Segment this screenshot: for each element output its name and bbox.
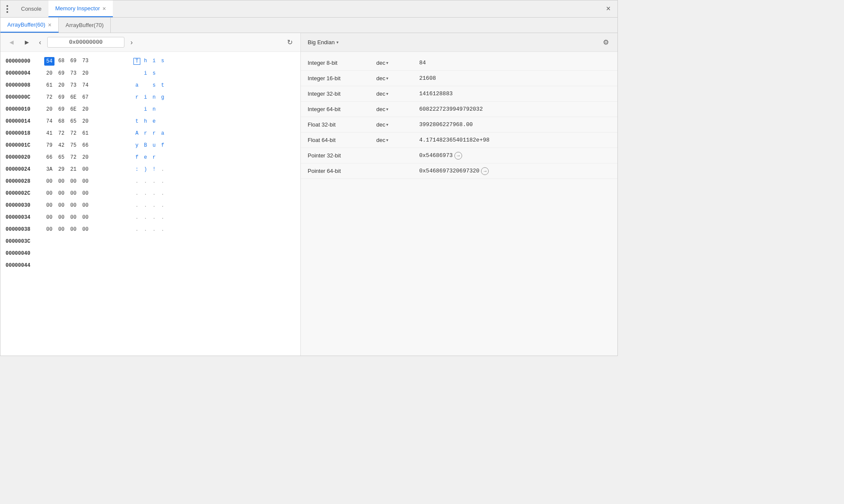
buffer-tab-60[interactable]: ArrayBuffer(60) × <box>0 18 59 33</box>
hex-byte-12-3[interactable]: 00 <box>80 202 91 209</box>
char-10-3[interactable]: . <box>159 178 166 184</box>
char-4-3[interactable] <box>159 106 166 112</box>
hex-byte-6-1[interactable]: 72 <box>56 130 67 137</box>
char-14-2[interactable]: . <box>151 226 157 232</box>
hex-byte-1-1[interactable]: 69 <box>56 69 67 77</box>
hex-byte-2-0[interactable]: 61 <box>44 81 54 89</box>
char-11-3[interactable]: . <box>159 190 166 196</box>
char-6-2[interactable]: r <box>151 130 157 136</box>
hex-byte-0-3[interactable]: 73 <box>80 57 91 66</box>
endian-select-wrapper[interactable]: Big Endian ▾ <box>308 39 339 45</box>
char-9-2[interactable]: ! <box>151 166 157 172</box>
char-1-1[interactable]: i <box>142 70 149 76</box>
hex-byte-3-3[interactable]: 67 <box>80 94 91 101</box>
hex-byte-7-1[interactable]: 42 <box>56 142 67 149</box>
back-button[interactable]: ◄ <box>6 37 18 48</box>
hex-byte-14-1[interactable]: 00 <box>56 226 67 233</box>
char-7-3[interactable]: f <box>159 142 166 148</box>
format-int8-arrow[interactable]: ▾ <box>386 60 388 65</box>
tab-memory-inspector[interactable]: Memory Inspector × <box>48 0 113 17</box>
format-int32-wrapper[interactable]: dec ▾ <box>376 91 419 97</box>
value-ptr32[interactable]: 0x54686973 → <box>419 152 611 160</box>
hex-byte-10-3[interactable]: 00 <box>80 178 91 185</box>
char-11-0[interactable]: . <box>133 190 140 196</box>
menu-dots-icon[interactable] <box>4 3 11 15</box>
char-2-2[interactable]: s <box>151 82 157 88</box>
hex-byte-14-3[interactable]: 00 <box>80 226 91 233</box>
char-13-3[interactable]: . <box>159 214 166 220</box>
hex-byte-8-0[interactable]: 66 <box>44 154 54 161</box>
tab-console[interactable]: Console <box>14 0 48 17</box>
char-7-1[interactable]: B <box>142 142 149 148</box>
char-3-3[interactable]: g <box>159 94 166 100</box>
hex-byte-8-3[interactable]: 20 <box>80 154 91 161</box>
hex-byte-10-1[interactable]: 00 <box>56 178 67 185</box>
hex-byte-2-3[interactable]: 74 <box>80 81 91 89</box>
hex-byte-7-0[interactable]: 79 <box>44 142 54 149</box>
endian-dropdown-arrow[interactable]: ▾ <box>336 40 339 45</box>
char-5-2[interactable]: e <box>151 118 157 124</box>
format-int16-wrapper[interactable]: dec ▾ <box>376 75 419 81</box>
ptr32-navigate-icon[interactable]: → <box>454 152 462 160</box>
char-0-0[interactable]: T <box>133 58 140 65</box>
hex-byte-5-0[interactable]: 74 <box>44 118 54 125</box>
char-3-2[interactable]: n <box>151 94 157 100</box>
hex-byte-5-3[interactable]: 20 <box>80 118 91 125</box>
char-12-2[interactable]: . <box>151 202 157 208</box>
char-12-3[interactable]: . <box>159 202 166 208</box>
char-9-0[interactable]: : <box>133 166 140 172</box>
char-0-1[interactable]: h <box>142 58 149 65</box>
hex-byte-9-2[interactable]: 21 <box>68 166 79 173</box>
ptr64-navigate-icon[interactable]: → <box>481 167 489 175</box>
hex-byte-8-1[interactable]: 65 <box>56 154 67 161</box>
char-12-0[interactable]: . <box>133 202 140 208</box>
char-10-0[interactable]: . <box>133 178 140 184</box>
hex-byte-1-2[interactable]: 73 <box>68 69 79 77</box>
hex-byte-8-2[interactable]: 72 <box>68 154 79 161</box>
buffer-tab-70[interactable]: ArrayBuffer(70) <box>59 18 111 33</box>
hex-byte-0-1[interactable]: 68 <box>56 57 67 66</box>
char-8-1[interactable]: e <box>142 154 149 160</box>
char-6-3[interactable]: a <box>159 130 166 136</box>
buffer-tab-60-close[interactable]: × <box>48 21 51 28</box>
hex-byte-4-0[interactable]: 20 <box>44 106 54 113</box>
format-float64-wrapper[interactable]: dec ▾ <box>376 137 419 143</box>
hex-byte-5-2[interactable]: 65 <box>68 118 79 125</box>
char-1-3[interactable] <box>159 70 166 76</box>
format-int32-arrow[interactable]: ▾ <box>386 91 388 96</box>
char-10-1[interactable]: . <box>142 178 149 184</box>
hex-byte-1-3[interactable]: 20 <box>80 69 91 77</box>
char-2-3[interactable]: t <box>159 82 166 88</box>
hex-byte-4-1[interactable]: 69 <box>56 106 67 113</box>
hex-byte-3-1[interactable]: 69 <box>56 94 67 101</box>
hex-byte-12-1[interactable]: 00 <box>56 202 67 209</box>
hex-byte-6-2[interactable]: 72 <box>68 130 79 137</box>
char-11-2[interactable]: . <box>151 190 157 196</box>
char-6-0[interactable]: A <box>133 130 140 136</box>
format-int64-arrow[interactable]: ▾ <box>386 107 388 112</box>
char-2-1[interactable] <box>142 82 149 88</box>
hex-byte-10-2[interactable]: 00 <box>68 178 79 185</box>
format-int8-wrapper[interactable]: dec ▾ <box>376 60 419 66</box>
char-8-0[interactable]: f <box>133 154 140 160</box>
hex-byte-2-1[interactable]: 20 <box>56 81 67 89</box>
char-13-0[interactable]: . <box>133 214 140 220</box>
next-page-button[interactable]: › <box>128 37 135 48</box>
char-5-0[interactable]: t <box>133 118 140 124</box>
char-2-0[interactable]: a <box>133 82 140 88</box>
hex-byte-7-3[interactable]: 66 <box>80 142 91 149</box>
hex-byte-11-2[interactable]: 00 <box>68 190 79 197</box>
hex-byte-11-1[interactable]: 00 <box>56 190 67 197</box>
hex-byte-6-3[interactable]: 61 <box>80 130 91 137</box>
hex-byte-12-2[interactable]: 00 <box>68 202 79 209</box>
hex-byte-3-0[interactable]: 72 <box>44 94 54 101</box>
hex-byte-13-2[interactable]: 00 <box>68 214 79 221</box>
char-1-0[interactable] <box>133 70 140 76</box>
char-3-0[interactable]: r <box>133 94 140 100</box>
hex-byte-9-0[interactable]: 3A <box>44 166 54 173</box>
char-14-3[interactable]: . <box>159 226 166 232</box>
hex-byte-1-0[interactable]: 20 <box>44 69 54 77</box>
char-11-1[interactable]: . <box>142 190 149 196</box>
char-5-1[interactable]: h <box>142 118 149 124</box>
hex-byte-0-0[interactable]: 54 <box>44 57 54 66</box>
